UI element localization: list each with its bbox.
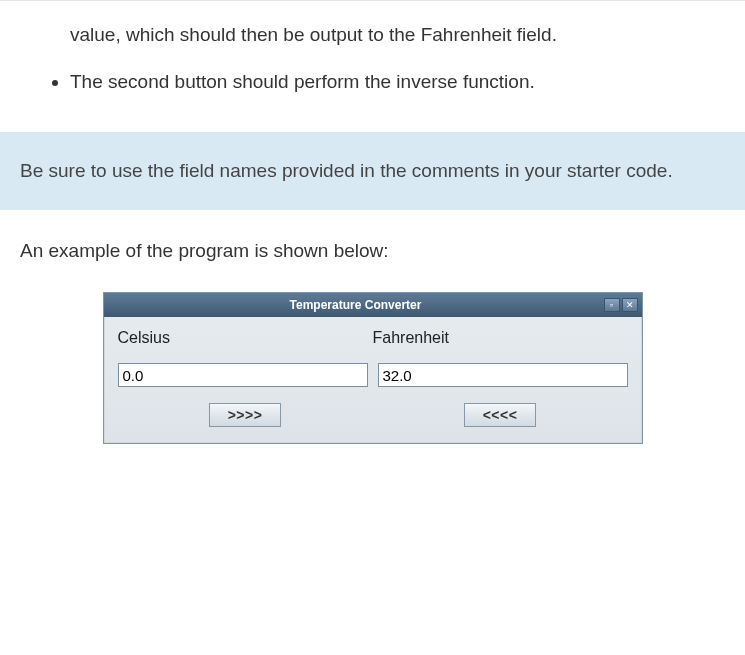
close-icon[interactable]: ✕ bbox=[622, 298, 638, 312]
instruction-list: The second button should perform the inv… bbox=[20, 62, 725, 103]
celsius-input[interactable] bbox=[118, 363, 368, 387]
minimize-glyph: ▫ bbox=[610, 301, 613, 310]
note-callout: Be sure to use the field names provided … bbox=[0, 132, 745, 210]
celsius-label: Celsius bbox=[118, 329, 373, 363]
titlebar: Temperature Converter ▫ ✕ bbox=[104, 293, 642, 317]
fahrenheit-input[interactable] bbox=[378, 363, 628, 387]
convert-to-celsius-button[interactable]: <<<< bbox=[464, 403, 537, 427]
window-body: Celsius Fahrenheit >>>> <<<< bbox=[104, 317, 642, 443]
fahrenheit-label: Fahrenheit bbox=[373, 329, 628, 363]
intro-continuation: value, which should then be output to th… bbox=[20, 1, 725, 62]
example-caption: An example of the program is shown below… bbox=[20, 240, 725, 262]
app-window: Temperature Converter ▫ ✕ Celsius Fahren… bbox=[103, 292, 643, 444]
titlebar-buttons: ▫ ✕ bbox=[604, 298, 638, 312]
note-text: Be sure to use the field names provided … bbox=[20, 156, 725, 186]
inputs-row bbox=[118, 363, 628, 387]
labels-row: Celsius Fahrenheit bbox=[118, 329, 628, 363]
instruction-bullet: The second button should perform the inv… bbox=[70, 62, 725, 103]
convert-to-fahrenheit-button[interactable]: >>>> bbox=[209, 403, 282, 427]
close-glyph: ✕ bbox=[626, 301, 634, 310]
buttons-row: >>>> <<<< bbox=[118, 403, 628, 427]
minimize-icon[interactable]: ▫ bbox=[604, 298, 620, 312]
window-title: Temperature Converter bbox=[108, 298, 604, 312]
